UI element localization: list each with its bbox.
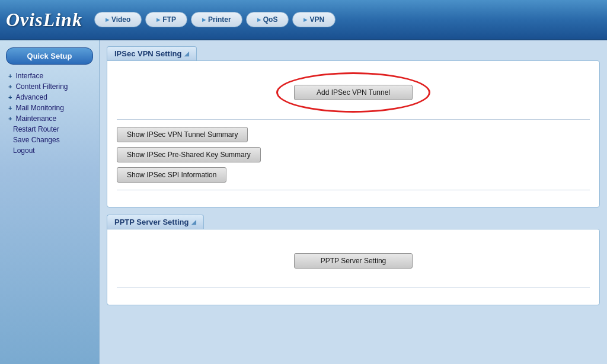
pptp-separator: [117, 288, 590, 288]
content-area: IPSec VPN Setting ◢ Add IPSec VPN Tunnel…: [100, 40, 607, 364]
sidebar: Quick Setup Interface Content Filtering …: [0, 40, 100, 364]
pptp-panel: PPTP Server Setting ◢ PPTP Server Settin…: [107, 215, 600, 305]
sidebar-item-mail-monitoring[interactable]: Mail Monitoring: [0, 103, 99, 113]
nav-tabs: Video FTP Printer QoS VPN: [94, 12, 336, 27]
sidebar-item-logout[interactable]: Logout: [0, 145, 99, 156]
sidebar-item-advanced[interactable]: Advanced: [0, 92, 99, 103]
ipsec-title-corner: ◢: [184, 50, 189, 57]
tab-qos[interactable]: QoS: [246, 12, 289, 27]
show-preshared-key-button[interactable]: Show IPSec Pre-Shared Key Summary: [117, 147, 261, 162]
tab-ftp[interactable]: FTP: [145, 12, 187, 27]
main-layout: Quick Setup Interface Content Filtering …: [0, 40, 607, 364]
logo: OvisLink: [6, 9, 82, 31]
ipsec-panel-body: Add IPSec VPN Tunnel Show IPSec VPN Tunn…: [107, 60, 600, 207]
sidebar-item-content-filtering[interactable]: Content Filtering: [0, 81, 99, 92]
ipsec-panel-header: IPSec VPN Setting ◢: [107, 46, 600, 60]
sidebar-item-interface[interactable]: Interface: [0, 71, 99, 81]
pptp-title-corner: ◢: [191, 219, 196, 225]
show-spi-row: Show IPSec SPI Information: [117, 167, 590, 183]
quick-setup-button[interactable]: Quick Setup: [6, 47, 93, 65]
separator-1: [117, 119, 590, 120]
sidebar-item-maintenance[interactable]: Maintenance: [0, 113, 99, 124]
show-preshared-row: Show IPSec Pre-Shared Key Summary: [117, 147, 590, 162]
tab-video[interactable]: Video: [94, 12, 142, 27]
ipsec-panel: IPSec VPN Setting ◢ Add IPSec VPN Tunnel…: [107, 46, 600, 207]
pptp-panel-title: PPTP Server Setting ◢: [107, 215, 204, 229]
show-spi-button[interactable]: Show IPSec SPI Information: [117, 167, 226, 183]
show-tunnel-summary-button[interactable]: Show IPSec VPN Tunnel Summary: [117, 127, 248, 142]
add-tunnel-area: Add IPSec VPN Tunnel: [117, 73, 590, 112]
ipsec-panel-title: IPSec VPN Setting ◢: [107, 46, 197, 60]
show-summary-row: Show IPSec VPN Tunnel Summary: [117, 127, 590, 142]
sidebar-item-save-changes[interactable]: Save Changes: [0, 135, 99, 145]
tab-vpn[interactable]: VPN: [292, 12, 336, 27]
gap: [107, 207, 600, 215]
pptp-panel-body: PPTP Server Setting: [107, 229, 600, 305]
add-ipsec-tunnel-button[interactable]: Add IPSec VPN Tunnel: [294, 85, 413, 100]
sidebar-item-restart-router[interactable]: Restart Router: [0, 124, 99, 135]
header: OvisLink Video FTP Printer QoS VPN: [0, 0, 607, 40]
separator-2: [117, 190, 590, 190]
pptp-panel-header: PPTP Server Setting ◢: [107, 215, 600, 229]
tab-printer[interactable]: Printer: [191, 12, 242, 27]
pptp-btn-area: PPTP Server Setting: [117, 241, 590, 280]
pptp-server-setting-button[interactable]: PPTP Server Setting: [294, 253, 413, 269]
